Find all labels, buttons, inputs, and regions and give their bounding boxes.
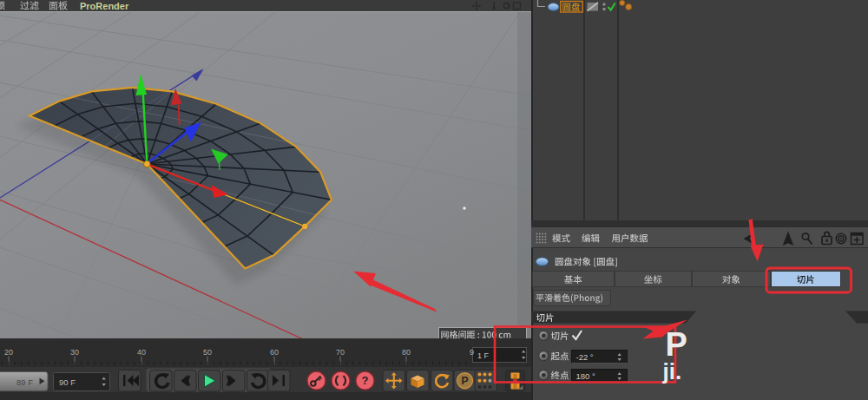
svg-text:40: 40 bbox=[137, 348, 146, 357]
svg-text:50: 50 bbox=[203, 348, 212, 357]
svg-text:20: 20 bbox=[4, 348, 13, 357]
svg-text:180 °: 180 ° bbox=[576, 371, 595, 381]
svg-text:ProRender: ProRender bbox=[80, 1, 129, 11]
svg-text:70: 70 bbox=[336, 348, 345, 357]
svg-text:?: ? bbox=[362, 374, 369, 387]
svg-text:80: 80 bbox=[402, 348, 411, 357]
svg-text:9: 9 bbox=[470, 348, 474, 357]
svg-text:90 F: 90 F bbox=[59, 377, 76, 387]
svg-text:P: P bbox=[461, 375, 468, 387]
svg-text:1 F: 1 F bbox=[477, 351, 490, 360]
svg-text:89 F: 89 F bbox=[16, 377, 33, 387]
svg-text:30: 30 bbox=[70, 348, 79, 357]
svg-text:60: 60 bbox=[270, 348, 279, 357]
svg-text:-22 °: -22 ° bbox=[576, 352, 594, 362]
svg-text:ji.: ji. bbox=[662, 358, 682, 384]
